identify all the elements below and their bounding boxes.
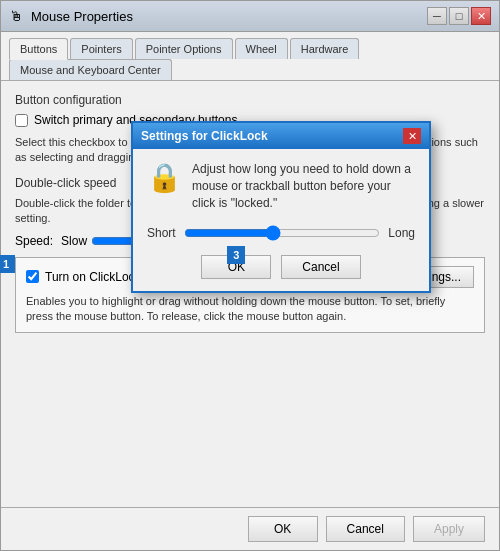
tab-bar: Buttons Pointers Pointer Options Wheel H…: [1, 32, 499, 81]
window-title: Mouse Properties: [31, 9, 133, 24]
modal-long-label: Long: [388, 226, 415, 240]
window-icon: 🖱: [9, 8, 25, 24]
modal-speed-slider[interactable]: [184, 225, 381, 241]
apply-button[interactable]: Apply: [413, 516, 485, 542]
maximize-button[interactable]: □: [449, 7, 469, 25]
tab-hardware[interactable]: Hardware: [290, 38, 360, 59]
modal-slider-row: Short Long: [147, 225, 415, 241]
modal-overlay: Settings for ClickLock ✕ 🔒 Adjust how lo…: [1, 81, 499, 507]
clicklock-settings-modal: Settings for ClickLock ✕ 🔒 Adjust how lo…: [131, 121, 431, 293]
modal-title-bar: Settings for ClickLock ✕: [133, 123, 429, 149]
modal-ok-button[interactable]: 3 OK: [201, 255, 271, 279]
tab-content: Button configuration Switch primary and …: [1, 81, 499, 507]
title-bar-left: 🖱 Mouse Properties: [9, 8, 133, 24]
modal-content: 🔒 Adjust how long you need to hold down …: [133, 149, 429, 291]
main-window: 🖱 Mouse Properties ─ □ ✕ Buttons Pointer…: [0, 0, 500, 551]
title-bar: 🖱 Mouse Properties ─ □ ✕: [1, 1, 499, 32]
modal-body: 🔒 Adjust how long you need to hold down …: [147, 161, 415, 211]
modal-cancel-button[interactable]: Cancel: [281, 255, 360, 279]
close-button[interactable]: ✕: [471, 7, 491, 25]
modal-buttons: 3 OK Cancel: [147, 255, 415, 279]
title-bar-controls: ─ □ ✕: [427, 7, 491, 25]
ok-button[interactable]: OK: [248, 516, 318, 542]
modal-close-button[interactable]: ✕: [403, 128, 421, 144]
bottom-bar: OK Cancel Apply: [1, 507, 499, 550]
modal-title: Settings for ClickLock: [141, 129, 268, 143]
lock-icon: 🔒: [147, 161, 182, 211]
tab-buttons[interactable]: Buttons: [9, 38, 68, 60]
modal-ok-number-badge: 3: [227, 246, 245, 264]
tab-pointers[interactable]: Pointers: [70, 38, 132, 59]
cancel-button[interactable]: Cancel: [326, 516, 405, 542]
modal-short-label: Short: [147, 226, 176, 240]
tab-mouse-keyboard[interactable]: Mouse and Keyboard Center: [9, 59, 172, 80]
modal-description: Adjust how long you need to hold down a …: [192, 161, 415, 211]
tab-pointer-options[interactable]: Pointer Options: [135, 38, 233, 59]
minimize-button[interactable]: ─: [427, 7, 447, 25]
tab-wheel[interactable]: Wheel: [235, 38, 288, 59]
